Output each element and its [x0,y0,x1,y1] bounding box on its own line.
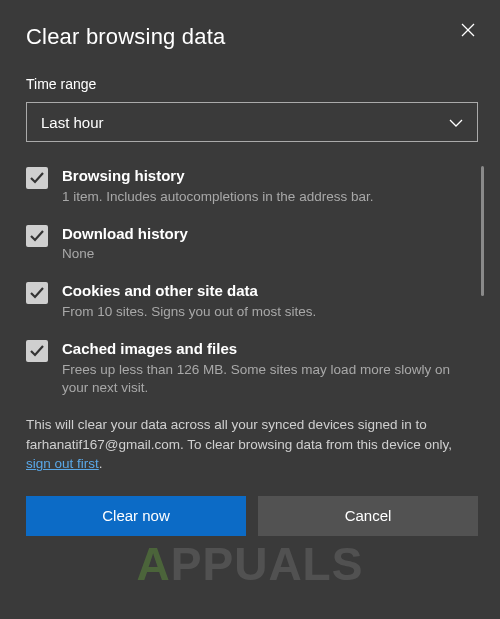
checkbox-cookies[interactable] [26,282,48,304]
item-text: Cached images and files Frees up less th… [62,339,464,397]
checkbox-browsing-history[interactable] [26,167,48,189]
clear-browsing-data-dialog: Clear browsing data Time range Last hour… [0,0,500,619]
item-text: Browsing history 1 item. Includes autoco… [62,166,464,206]
clear-now-button[interactable]: Clear now [26,496,246,536]
item-desc: 1 item. Includes autocompletions in the … [62,188,464,206]
data-types-list: Browsing history 1 item. Includes autoco… [26,166,478,397]
item-download-history: Download history None [26,224,464,264]
button-row: Clear now Cancel [26,496,478,536]
item-browsing-history: Browsing history 1 item. Includes autoco… [26,166,464,206]
chevron-down-icon [449,114,463,131]
close-button[interactable] [458,20,478,40]
time-range-value: Last hour [41,114,104,131]
dialog-header: Clear browsing data [26,24,478,50]
item-title: Cookies and other site data [62,281,464,301]
close-icon [461,23,475,37]
dialog-title: Clear browsing data [26,24,225,50]
time-range-label: Time range [26,76,478,92]
item-text: Download history None [62,224,464,264]
item-title: Download history [62,224,464,244]
checkbox-cached-files[interactable] [26,340,48,362]
cancel-button[interactable]: Cancel [258,496,478,536]
time-range-select[interactable]: Last hour [26,102,478,142]
sync-disclaimer: This will clear your data across all you… [26,415,478,474]
item-desc: None [62,245,464,263]
watermark: APPUALS [137,537,364,591]
check-icon [29,343,45,359]
item-cached-files: Cached images and files Frees up less th… [26,339,464,397]
disclaimer-post: . [99,456,103,471]
check-icon [29,170,45,186]
disclaimer-pre: This will clear your data across all you… [26,417,452,452]
item-cookies: Cookies and other site data From 10 site… [26,281,464,321]
item-desc: Frees up less than 126 MB. Some sites ma… [62,361,464,397]
item-title: Browsing history [62,166,464,186]
item-title: Cached images and files [62,339,464,359]
checkbox-download-history[interactable] [26,225,48,247]
check-icon [29,228,45,244]
item-desc: From 10 sites. Signs you out of most sit… [62,303,464,321]
item-text: Cookies and other site data From 10 site… [62,281,464,321]
scrollbar-thumb[interactable] [481,166,484,296]
watermark-rest: PPUALS [171,538,364,590]
check-icon [29,285,45,301]
watermark-a: A [137,538,171,590]
sign-out-link[interactable]: sign out first [26,456,99,471]
